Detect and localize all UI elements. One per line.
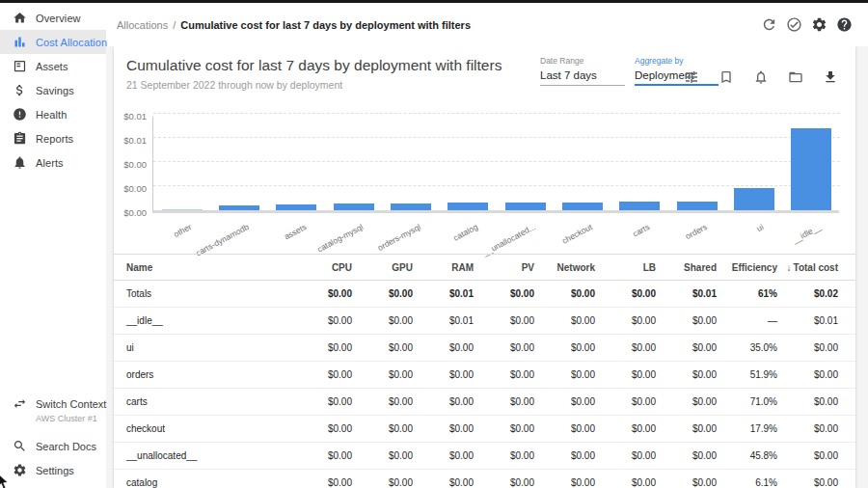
x-axis-category-label: __unallocated... bbox=[481, 222, 537, 258]
sidebar-item-reports[interactable]: Reports bbox=[0, 126, 106, 150]
table-row-orders[interactable]: orders$0.00$0.00$0.00$0.00$0.00$0.00$0.0… bbox=[114, 362, 855, 389]
row-value-total-cost: $0.00 bbox=[779, 342, 840, 353]
row-value-network: $0.00 bbox=[536, 369, 597, 380]
gear-filled-icon[interactable] bbox=[811, 16, 827, 33]
row-value-ram: $0.00 bbox=[415, 477, 475, 488]
swap-arrows-icon bbox=[13, 396, 27, 411]
sidebar-item-alerts[interactable]: Alerts bbox=[0, 150, 106, 175]
bookmark-icon[interactable] bbox=[719, 69, 734, 85]
table-row-__unallocated__[interactable]: __unallocated__$0.00$0.00$0.00$0.00$0.00… bbox=[114, 443, 855, 470]
x-axis-category-label: assets bbox=[283, 222, 308, 241]
bar-catalog-mysql[interactable] bbox=[334, 203, 374, 210]
bar-__idle__[interactable] bbox=[791, 128, 831, 210]
sidebar-item-cost-allocation[interactable]: Cost Allocation bbox=[0, 30, 106, 54]
sidebar-item-health[interactable]: Health bbox=[0, 102, 106, 126]
chart-gridline bbox=[153, 113, 840, 114]
switch-context-text: Switch Context AWS Cluster #1 bbox=[36, 394, 106, 423]
x-axis-category-label: carts-dynamodb bbox=[194, 222, 251, 258]
column-header-efficiency[interactable]: Efficiency bbox=[719, 262, 779, 273]
row-value-total-cost: $0.00 bbox=[779, 396, 840, 407]
bar-ui[interactable] bbox=[734, 188, 774, 210]
table-row-catalog[interactable]: catalog$0.00$0.00$0.00$0.00$0.00$0.00$0.… bbox=[114, 470, 855, 488]
row-value-shared: $0.00 bbox=[658, 423, 719, 434]
table-row-checkout[interactable]: checkout$0.00$0.00$0.00$0.00$0.00$0.00$0… bbox=[114, 416, 855, 443]
breadcrumb: Allocations / Cumulative cost for last 7… bbox=[117, 19, 471, 31]
help-icon[interactable] bbox=[836, 16, 853, 33]
chart-plot-area bbox=[152, 117, 839, 213]
row-value-total-cost: $0.00 bbox=[779, 477, 840, 488]
bar-orders-mysql[interactable] bbox=[391, 203, 431, 210]
row-value-gpu: $0.00 bbox=[354, 369, 415, 380]
sidebar-item-label: Overview bbox=[36, 13, 81, 24]
column-header-name[interactable]: Name bbox=[114, 262, 293, 273]
row-value-ram: $0.00 bbox=[415, 342, 475, 353]
row-value-lb: $0.00 bbox=[597, 423, 658, 434]
bell-icon bbox=[13, 155, 27, 170]
switch-context-button[interactable]: Switch Context AWS Cluster #1 bbox=[0, 394, 106, 423]
row-value-ram: $0.00 bbox=[415, 369, 475, 380]
sidebar-item-label: Cost Allocation bbox=[36, 37, 107, 48]
column-header-shared[interactable]: Shared bbox=[658, 262, 719, 273]
column-header-cpu[interactable]: CPU bbox=[293, 262, 354, 273]
bar-carts-dynamodb[interactable] bbox=[219, 205, 259, 210]
bar-assets[interactable] bbox=[276, 204, 316, 210]
row-value-efficiency: 35.0% bbox=[719, 342, 779, 353]
row-value-pv: $0.00 bbox=[475, 342, 536, 353]
table-row-__idle__[interactable]: __idle__$0.00$0.00$0.01$0.00$0.00$0.00$0… bbox=[114, 308, 855, 335]
refresh-icon[interactable] bbox=[761, 16, 777, 33]
row-name: __unallocated__ bbox=[114, 450, 293, 461]
check-circle-icon[interactable] bbox=[786, 16, 802, 33]
table-row-ui[interactable]: ui$0.00$0.00$0.00$0.00$0.00$0.00$0.0035.… bbox=[114, 335, 855, 362]
column-header-ram[interactable]: RAM bbox=[415, 262, 475, 273]
search-docs-button[interactable]: Search Docs bbox=[0, 434, 106, 458]
health-icon bbox=[13, 107, 27, 122]
window-top-strip bbox=[0, 0, 868, 3]
row-value-efficiency: 6.1% bbox=[719, 477, 779, 488]
bar-__unallocated__[interactable] bbox=[505, 203, 546, 210]
x-axis-category-label: checkout bbox=[560, 222, 594, 246]
settings-button[interactable]: Settings bbox=[0, 458, 106, 482]
bar-catalog[interactable] bbox=[448, 203, 488, 210]
row-value-shared: $0.01 bbox=[658, 288, 719, 299]
row-value-shared: $0.00 bbox=[658, 315, 719, 326]
row-value-gpu: $0.00 bbox=[354, 288, 415, 299]
table-row-carts[interactable]: carts$0.00$0.00$0.00$0.00$0.00$0.00$0.00… bbox=[114, 389, 855, 416]
y-axis-tick-label: $0.00 bbox=[114, 159, 147, 170]
breadcrumb-section[interactable]: Allocations bbox=[117, 19, 168, 31]
column-header-total-cost[interactable]: ↓Total cost bbox=[779, 262, 840, 273]
sidebar-item-overview[interactable]: Overview bbox=[0, 6, 106, 30]
column-header-pv[interactable]: PV bbox=[475, 262, 536, 273]
row-name: ui bbox=[114, 342, 293, 353]
download-icon[interactable] bbox=[823, 69, 838, 85]
chart-gridline bbox=[153, 185, 840, 186]
bar-carts[interactable] bbox=[619, 202, 660, 210]
column-header-network[interactable]: Network bbox=[536, 262, 597, 273]
sidebar: OverviewCost AllocationAssetsSavingsHeal… bbox=[0, 3, 106, 488]
row-value-cpu: $0.00 bbox=[293, 288, 354, 299]
tune-icon[interactable] bbox=[684, 69, 699, 85]
bar-checkout[interactable] bbox=[562, 203, 603, 210]
column-header-lb[interactable]: LB bbox=[597, 262, 658, 273]
bar-orders[interactable] bbox=[677, 202, 718, 210]
row-value-network: $0.00 bbox=[536, 396, 597, 407]
row-value-gpu: $0.00 bbox=[354, 477, 415, 488]
date-range-control: Date Range Last 7 days bbox=[540, 56, 625, 86]
folder-icon[interactable] bbox=[788, 69, 803, 85]
row-value-ram: $0.01 bbox=[415, 315, 475, 326]
column-header-gpu[interactable]: GPU bbox=[354, 262, 415, 273]
table-row-totals[interactable]: Totals$0.00$0.00$0.01$0.00$0.00$0.00$0.0… bbox=[114, 281, 855, 308]
topbar: Allocations / Cumulative cost for last 7… bbox=[106, 3, 868, 46]
y-axis-tick-label: $0.01 bbox=[114, 135, 147, 146]
row-value-lb: $0.00 bbox=[597, 450, 658, 461]
sidebar-item-savings[interactable]: Savings bbox=[0, 78, 106, 102]
bell-outline-icon[interactable] bbox=[753, 69, 769, 85]
gear-icon bbox=[13, 463, 27, 477]
row-value-cpu: $0.00 bbox=[293, 477, 354, 488]
cost-bar-chart: $0.00$0.00$0.00$0.01$0.01othercarts-dyna… bbox=[114, 117, 855, 252]
sidebar-item-assets[interactable]: Assets bbox=[0, 54, 106, 78]
search-icon bbox=[13, 439, 27, 453]
sidebar-nav: OverviewCost AllocationAssetsSavingsHeal… bbox=[0, 3, 106, 175]
bar-other[interactable] bbox=[162, 209, 203, 210]
x-axis-category-label: catalog-mysql bbox=[315, 222, 365, 254]
date-range-select[interactable]: Last 7 days bbox=[540, 69, 625, 86]
